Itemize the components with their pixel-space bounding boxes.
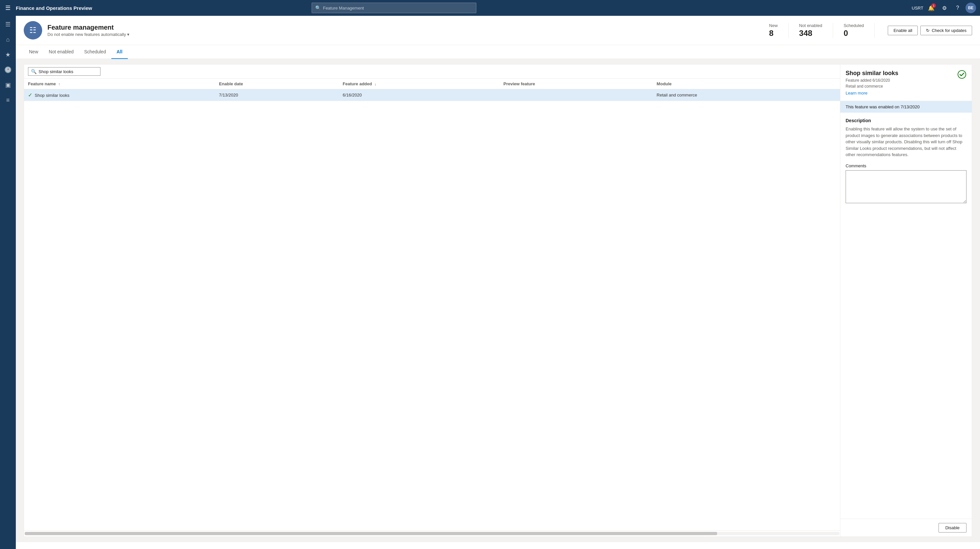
detail-footer: Disable — [840, 519, 972, 536]
nav-right: USRT 🔔 1 ⚙ ? BE — [912, 3, 976, 13]
col-preview-feature[interactable]: Preview feature — [500, 79, 652, 89]
col-module[interactable]: Module — [652, 79, 840, 89]
scrollbar-area[interactable] — [24, 530, 840, 536]
stat-not-enabled-label: Not enabled — [799, 23, 822, 28]
stat-not-enabled-value: 348 — [799, 29, 822, 38]
detail-feature-added: Feature added 6/16/2020 — [846, 78, 898, 83]
disable-button[interactable]: Disable — [939, 523, 966, 533]
cell-module: Retail and commerce — [652, 89, 840, 101]
chevron-down-icon: ▾ — [127, 32, 129, 37]
tab-scheduled[interactable]: Scheduled — [79, 45, 111, 59]
tab-new[interactable]: New — [24, 45, 43, 59]
col-feature-name[interactable]: Feature name ↑ — [24, 79, 215, 89]
sidebar-menu-icon[interactable]: ☰ — [1, 17, 15, 32]
cell-enable-date: 7/13/2020 — [215, 89, 339, 101]
avatar[interactable]: BE — [966, 3, 976, 13]
detail-module: Retail and commerce — [846, 84, 898, 89]
feature-management-icon: ☷ — [29, 26, 37, 35]
check-updates-button[interactable]: ↻ Check for updates — [920, 26, 972, 35]
main-content: ☷ Feature management Do not enable new f… — [16, 16, 980, 549]
refresh-icon: ↻ — [926, 28, 930, 33]
sidebar-favorites-icon[interactable]: ★ — [1, 48, 15, 62]
comments-label: Comments — [846, 163, 966, 168]
detail-description: Enabling this feature will allow the sys… — [846, 126, 966, 158]
nav-username: USRT — [912, 6, 923, 11]
page-icon: ☷ — [24, 21, 42, 40]
subtitle-text: Do not enable new features automatically — [48, 32, 126, 37]
stat-new-value: 8 — [769, 29, 778, 38]
sidebar-home-icon[interactable]: ⌂ — [1, 32, 15, 47]
feature-search-input[interactable] — [38, 69, 97, 74]
notifications-button[interactable]: 🔔 1 — [926, 3, 937, 13]
feature-table-scroll[interactable]: Feature name ↑ Enable date Feature added… — [24, 79, 840, 530]
search-icon: 🔍 — [31, 69, 37, 74]
stats-area: New 8 Not enabled 348 Scheduled 0 — [769, 23, 875, 38]
hamburger-icon[interactable]: ☰ — [4, 3, 12, 13]
table-header-row: Feature name ↑ Enable date Feature added… — [24, 79, 840, 89]
detail-enabled-icon — [957, 70, 966, 81]
stat-scheduled-label: Scheduled — [844, 23, 864, 28]
enabled-check-icon: ✓ — [28, 92, 32, 98]
page-title-area: Feature management Do not enable new fea… — [48, 24, 764, 37]
app-title: Finance and Operations Preview — [16, 5, 92, 11]
detail-info: Shop similar looks Feature added 6/16/20… — [846, 70, 898, 95]
cell-feature-name: ✓ Shop similar looks — [24, 89, 215, 101]
page-title: Feature management — [48, 24, 764, 31]
left-sidebar: ☰ ⌂ ★ 🕐 ▣ ≡ — [0, 16, 16, 549]
description-title: Description — [846, 118, 966, 123]
stat-new-label: New — [769, 23, 778, 28]
table-row[interactable]: ✓ Shop similar looks 7/13/2020 6/16/2020… — [24, 89, 840, 101]
notification-badge: 1 — [931, 3, 936, 8]
sidebar-workspaces-icon[interactable]: ▣ — [1, 78, 15, 92]
detail-enabled-banner: This feature was enabled on 7/13/2020 — [840, 101, 972, 113]
svg-point-0 — [958, 70, 966, 78]
sort-asc-icon: ↑ — [58, 82, 60, 86]
detail-title: Shop similar looks — [846, 70, 898, 77]
cell-feature-added: 6/16/2020 — [339, 89, 500, 101]
stat-scheduled-value: 0 — [844, 29, 864, 38]
check-updates-label: Check for updates — [932, 28, 966, 33]
search-input-wrap[interactable]: 🔍 — [28, 67, 100, 76]
stat-scheduled: Scheduled 0 — [833, 23, 875, 38]
sort-desc-icon: ↓ — [375, 82, 377, 86]
learn-more-link[interactable]: Learn more — [846, 91, 898, 95]
sidebar-recent-icon[interactable]: 🕐 — [1, 62, 15, 77]
app-body: ☰ ⌂ ★ 🕐 ▣ ≡ ☷ Feature management Do not … — [0, 16, 980, 549]
page-subtitle[interactable]: Do not enable new features automatically… — [48, 32, 764, 37]
col-enable-date[interactable]: Enable date — [215, 79, 339, 89]
tab-not-enabled[interactable]: Not enabled — [43, 45, 79, 59]
detail-panel: Shop similar looks Feature added 6/16/20… — [840, 64, 972, 537]
sidebar-modules-icon[interactable]: ≡ — [1, 93, 15, 107]
content-area: 🔍 Feature name ↑ — [16, 59, 980, 542]
feature-panel: 🔍 Feature name ↑ — [24, 64, 840, 537]
enable-all-button[interactable]: Enable all — [888, 26, 918, 35]
scrollbar-thumb — [25, 532, 717, 535]
horizontal-scrollbar[interactable] — [25, 532, 839, 535]
stat-new: New 8 — [769, 23, 789, 38]
global-search[interactable]: 🔍 — [312, 3, 476, 13]
tabs-bar: New Not enabled Scheduled All — [16, 45, 980, 59]
global-search-input[interactable] — [323, 6, 473, 11]
search-icon: 🔍 — [315, 5, 321, 11]
stat-not-enabled: Not enabled 348 — [789, 23, 833, 38]
top-nav: ☰ Finance and Operations Preview 🔍 USRT … — [0, 0, 980, 16]
settings-button[interactable]: ⚙ — [939, 3, 950, 13]
header-actions: Enable all ↻ Check for updates — [880, 26, 972, 35]
detail-header: Shop similar looks Feature added 6/16/20… — [840, 65, 972, 101]
search-bar: 🔍 — [24, 65, 840, 79]
detail-body: Description Enabling this feature will a… — [840, 113, 972, 519]
col-feature-added[interactable]: Feature added ↓ — [339, 79, 500, 89]
tab-all[interactable]: All — [111, 45, 128, 59]
comments-textarea[interactable] — [846, 170, 966, 203]
page-header: ☷ Feature management Do not enable new f… — [16, 16, 980, 45]
help-button[interactable]: ? — [952, 3, 963, 13]
cell-preview-feature — [500, 89, 652, 101]
feature-table: Feature name ↑ Enable date Feature added… — [24, 79, 840, 101]
